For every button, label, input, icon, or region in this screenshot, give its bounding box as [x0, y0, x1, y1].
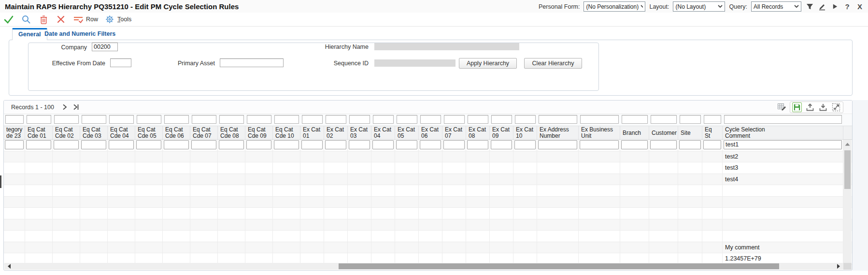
qbe-filter-input[interactable]	[539, 115, 577, 124]
run-icon[interactable]	[830, 2, 839, 11]
expand-grid-icon[interactable]	[831, 102, 841, 112]
grid-cell-input[interactable]	[703, 140, 721, 149]
grid-cell[interactable]	[273, 140, 300, 151]
qbe-filter-input[interactable]	[420, 115, 441, 124]
grid-cell[interactable]	[371, 231, 395, 242]
grid-cell[interactable]	[300, 185, 324, 196]
grid-cell-input[interactable]	[491, 140, 512, 149]
grid-cell[interactable]	[395, 162, 419, 174]
grid-cell[interactable]	[53, 197, 80, 208]
grid-cell[interactable]	[395, 174, 419, 185]
close-icon[interactable]: X	[855, 2, 864, 11]
grid-cell[interactable]	[371, 242, 395, 253]
primary-asset-input[interactable]	[220, 58, 284, 67]
grid-cell[interactable]	[190, 140, 218, 151]
grid-cell[interactable]	[442, 197, 466, 208]
grid-cell[interactable]	[466, 151, 490, 162]
grid-cell[interactable]	[466, 162, 490, 174]
grid-cell[interactable]	[537, 208, 579, 219]
grid-cell[interactable]	[163, 231, 190, 242]
grid-cell[interactable]	[371, 197, 395, 208]
grid-cell-input[interactable]	[164, 140, 189, 149]
grid-cell[interactable]	[324, 185, 348, 196]
qbe-filter-input[interactable]	[651, 115, 677, 124]
column-header[interactable]: Eq CatCde 07	[190, 126, 218, 139]
customize-grid-icon[interactable]	[777, 102, 786, 112]
grid-cell[interactable]	[4, 185, 25, 196]
grid-cell[interactable]	[537, 140, 579, 151]
grid-cell[interactable]	[395, 219, 419, 231]
grid-cell-input[interactable]	[136, 140, 161, 149]
column-header[interactable]: Eq CatCde 05	[135, 126, 163, 139]
grid-cell[interactable]	[537, 242, 579, 253]
grid-cell[interactable]	[245, 162, 273, 174]
qbe-filter-input[interactable]	[109, 115, 134, 124]
horizontal-scroll-thumb[interactable]	[339, 263, 779, 269]
personal-form-select[interactable]: (No Personalization)	[583, 1, 645, 12]
grid-cell[interactable]	[442, 231, 466, 242]
layout-select[interactable]: (No Layout)	[673, 1, 725, 12]
column-header[interactable]: Customer	[649, 126, 678, 139]
column-header[interactable]: Branch	[620, 126, 649, 139]
grid-cell[interactable]	[723, 197, 843, 208]
grid-cell-input[interactable]	[26, 140, 51, 149]
vertical-scrollbar[interactable]	[843, 140, 852, 263]
grid-cell[interactable]	[513, 151, 537, 162]
grid-cell[interactable]	[371, 151, 395, 162]
grid-cell[interactable]	[4, 231, 25, 242]
grid-cell[interactable]	[490, 162, 513, 174]
grid-cell[interactable]	[300, 140, 324, 151]
grid-cell[interactable]: test3	[723, 162, 843, 174]
grid-cell[interactable]	[620, 174, 649, 185]
grid-cell-input[interactable]	[650, 140, 677, 149]
grid-cell[interactable]	[513, 197, 537, 208]
scroll-right-icon[interactable]	[836, 264, 841, 269]
grid-cell[interactable]	[490, 174, 513, 185]
column-header[interactable]: Eq CatCde 10	[273, 126, 300, 139]
grid-cell[interactable]	[245, 151, 273, 162]
grid-cell-input[interactable]: test1	[724, 140, 842, 149]
grid-cell[interactable]	[490, 219, 513, 231]
grid-cell-input[interactable]	[580, 140, 619, 149]
grid-cell[interactable]	[53, 242, 80, 253]
grid-cell[interactable]	[702, 231, 723, 242]
grid-cell[interactable]	[108, 219, 135, 231]
grid-cell[interactable]	[135, 231, 163, 242]
query-select[interactable]: All Records	[751, 1, 801, 12]
grid-cell[interactable]	[324, 219, 348, 231]
grid-cell[interactable]	[324, 242, 348, 253]
column-header[interactable]: Site	[678, 126, 702, 139]
grid-cell-input[interactable]	[191, 140, 216, 149]
cancel-icon[interactable]	[55, 14, 67, 25]
column-header[interactable]: Ex Cat02	[324, 126, 348, 139]
grid-cell[interactable]	[25, 174, 53, 185]
grid-cell-input[interactable]	[538, 140, 577, 149]
grid-cell[interactable]: test2	[723, 151, 843, 162]
grid-cell[interactable]	[442, 151, 466, 162]
grid-cell[interactable]	[273, 162, 300, 174]
row-menu-label[interactable]: Row	[86, 16, 98, 23]
grid-cell[interactable]	[702, 174, 723, 185]
grid-cell[interactable]	[649, 151, 678, 162]
qbe-filter-input[interactable]	[622, 115, 648, 124]
grid-cell[interactable]	[649, 140, 678, 151]
grid-cell[interactable]	[442, 174, 466, 185]
grid-cell[interactable]	[579, 174, 620, 185]
grid-cell[interactable]	[245, 185, 273, 196]
grid-cell[interactable]	[723, 219, 843, 231]
grid-cell[interactable]	[620, 185, 649, 196]
grid-cell[interactable]	[537, 197, 579, 208]
grid-cell[interactable]	[723, 208, 843, 219]
qbe-filter-input[interactable]	[680, 115, 701, 124]
grid-cell[interactable]	[649, 242, 678, 253]
grid-cell[interactable]	[135, 242, 163, 253]
qbe-filter-input[interactable]	[468, 115, 488, 124]
grid-cell[interactable]	[678, 174, 702, 185]
edit-layout-icon[interactable]	[818, 2, 826, 11]
save-grid-icon[interactable]	[792, 102, 802, 112]
grid-cell[interactable]	[273, 231, 300, 242]
grid-cell-input[interactable]	[396, 140, 417, 149]
grid-cell[interactable]	[490, 140, 513, 151]
grid-cell-input[interactable]	[81, 140, 106, 149]
grid-cell-input[interactable]	[349, 140, 370, 149]
